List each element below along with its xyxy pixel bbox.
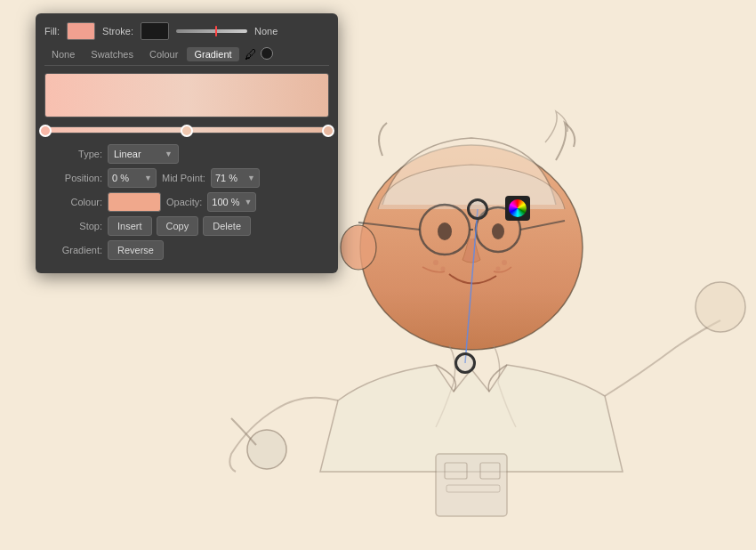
tab-bar: None Swatches Colour Gradient 🖊 <box>44 47 329 66</box>
type-label: Type: <box>44 149 102 159</box>
midpoint-arrow: ▼ <box>247 174 255 182</box>
stop-row: Stop: Insert Copy Delete <box>44 216 329 236</box>
svg-point-4 <box>420 205 470 255</box>
tab-none[interactable]: None <box>44 47 82 61</box>
svg-point-11 <box>496 267 501 271</box>
opacity-label: Opacity: <box>166 197 202 207</box>
stop-buttons: Insert Copy Delete <box>108 216 251 236</box>
stop-handle-left[interactable] <box>39 125 52 137</box>
svg-point-9 <box>441 267 446 271</box>
svg-point-8 <box>433 260 438 265</box>
position-midpoint-row: Position: 0 % ▼ Mid Point: 71 % ▼ <box>44 168 329 188</box>
type-row: Type: Linear ▼ <box>44 144 329 164</box>
svg-rect-15 <box>445 463 467 479</box>
tab-colour[interactable]: Colour <box>142 47 185 61</box>
svg-point-6 <box>438 222 452 240</box>
svg-point-13 <box>696 282 745 332</box>
svg-line-18 <box>465 209 478 363</box>
stop-handle-mid[interactable] <box>181 125 193 137</box>
fill-stroke-bar: Fill: Stroke: None <box>44 22 329 40</box>
color-wheel-icon <box>509 199 527 217</box>
stroke-width-slider[interactable] <box>176 29 247 33</box>
svg-rect-16 <box>480 463 500 479</box>
copy-button[interactable]: Copy <box>157 216 199 236</box>
svg-point-0 <box>360 151 583 347</box>
color-picker-badge[interactable] <box>505 196 530 221</box>
gradient-label: Gradient: <box>44 245 102 255</box>
svg-point-1 <box>360 145 583 350</box>
gradient-preview[interactable] <box>44 73 329 117</box>
insert-button[interactable]: Insert <box>108 216 152 236</box>
tab-eyedropper-icon[interactable]: 🖊 <box>245 47 257 61</box>
svg-point-10 <box>502 260 507 265</box>
svg-rect-17 <box>446 485 500 492</box>
colour-swatch[interactable] <box>108 192 161 212</box>
type-select[interactable]: Linear ▼ <box>108 144 179 164</box>
gradient-preview-container <box>44 73 329 137</box>
tab-color-dot[interactable] <box>261 47 273 60</box>
colour-opacity-row: Colour: Opacity: 100 % ▼ <box>44 192 329 212</box>
svg-rect-14 <box>436 454 507 516</box>
fill-swatch[interactable] <box>67 22 95 40</box>
gradient-stops-bar <box>44 123 329 137</box>
stop-handle-right[interactable] <box>322 125 334 137</box>
stroke-none-label: None <box>254 26 277 36</box>
stop-label: Stop: <box>44 221 102 231</box>
type-select-arrow: ▼ <box>165 150 173 158</box>
delete-button[interactable]: Delete <box>203 216 251 236</box>
svg-point-2 <box>360 145 583 350</box>
position-arrow: ▼ <box>144 174 152 182</box>
colour-label: Colour: <box>44 197 102 207</box>
stroke-label: Stroke: <box>102 26 133 36</box>
gradient-stop-top[interactable] <box>467 198 488 220</box>
tab-swatches[interactable]: Swatches <box>84 47 141 61</box>
position-input[interactable]: 0 % ▼ <box>108 168 157 188</box>
tab-gradient[interactable]: Gradient <box>187 47 238 61</box>
position-label: Position: <box>44 173 102 183</box>
fill-label: Fill: <box>44 26 60 36</box>
opacity-arrow: ▼ <box>244 198 252 206</box>
svg-point-12 <box>247 430 286 469</box>
midpoint-input[interactable]: 71 % ▼ <box>211 168 260 188</box>
midpoint-label: Mid Point: <box>162 173 205 183</box>
stroke-swatch[interactable] <box>141 22 169 40</box>
gradient-row: Gradient: Reverse <box>44 240 329 260</box>
gradient-track[interactable] <box>44 126 329 133</box>
svg-point-7 <box>492 223 504 239</box>
opacity-input[interactable]: 100 % ▼ <box>207 192 256 212</box>
svg-point-3 <box>341 225 376 270</box>
reverse-button[interactable]: Reverse <box>108 240 164 260</box>
gradient-panel: Fill: Stroke: None None Swatches Colour … <box>36 13 338 273</box>
gradient-stop-bottom[interactable] <box>454 352 476 374</box>
